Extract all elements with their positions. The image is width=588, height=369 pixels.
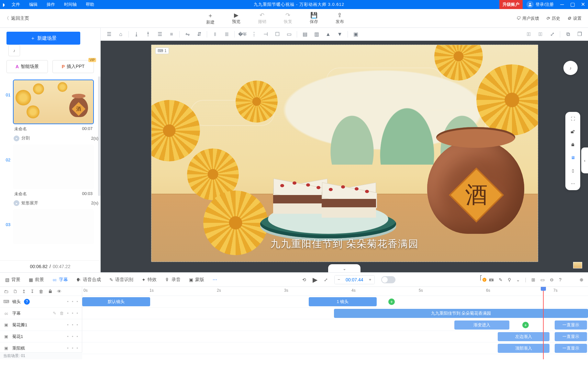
autoplay-toggle[interactable]	[381, 276, 395, 283]
zoom-out-icon[interactable]: －⃝	[524, 29, 534, 39]
add-keyframe-button[interactable]: +	[522, 322, 529, 328]
add-folder-icon[interactable]: 🗀	[4, 289, 8, 294]
track-dot[interactable]: •	[67, 334, 69, 339]
menu-help[interactable]: 帮助	[81, 0, 99, 9]
track-dot[interactable]: •	[67, 311, 69, 316]
window-close-button[interactable]: ✕	[578, 0, 588, 9]
feedback-button[interactable]: 🗨用户反馈	[516, 16, 539, 21]
history-button[interactable]: ⟳历史	[546, 16, 560, 21]
insert-ppt-button[interactable]: P 插入PPT VIP	[52, 60, 94, 73]
scene-item-02[interactable]: 02 未命名 00:03	[0, 143, 100, 200]
track-row-item[interactable]: ▣ 菊花1 •••	[0, 331, 82, 342]
dist-v-icon[interactable]: ≣	[221, 29, 232, 39]
lane-subtitle[interactable]: 九九重阳佳节到 朵朵菊花香满园	[82, 308, 588, 319]
scene-audio-button[interactable]: ♪	[8, 45, 20, 56]
align-bottom-icon[interactable]: ⭳	[131, 29, 142, 39]
window-maximize-button[interactable]: ▢	[567, 0, 578, 9]
dist-h-icon[interactable]: ⫴	[210, 29, 220, 39]
track-dot[interactable]: •	[76, 346, 78, 351]
align-right-icon[interactable]: ⊣	[261, 29, 271, 39]
copy-icon[interactable]: ⧉	[563, 29, 573, 39]
move-down-icon[interactable]: ↧	[30, 289, 34, 294]
order-down-icon[interactable]: ▼	[335, 29, 345, 39]
align-vgap-icon[interactable]: ≡	[166, 29, 177, 39]
clip-topin[interactable]: 顶部渐入	[498, 344, 549, 353]
help-badge[interactable]: ?	[24, 299, 30, 305]
tab-tts[interactable]: 🗣︎语音合成	[76, 276, 102, 284]
tab-subtitle[interactable]: ㏄字幕	[52, 276, 69, 284]
menu-file[interactable]: 文件	[7, 0, 25, 9]
canvas-stage[interactable]: 酒 ⌨ 1 九九重阳佳节到 朵朵菊花香满园	[151, 45, 538, 262]
scene-transition-01[interactable]: ▸分割 2(s)	[0, 135, 100, 143]
clip-leftin[interactable]: 左边渐入	[498, 332, 549, 341]
track-row-camera[interactable]: ⌨ 镜头 ? •••	[0, 296, 82, 308]
track-dot[interactable]: •	[67, 299, 69, 304]
align3-icon[interactable]: ▭	[284, 29, 294, 39]
smart-scene-button[interactable]: A 智能场景	[6, 60, 48, 73]
zoom-in-icon[interactable]: ＋⃝	[535, 29, 546, 39]
scene-thumbnail[interactable]	[13, 145, 94, 189]
track-dot[interactable]: •	[76, 311, 78, 316]
timeline-ruler[interactable]: 0s 1s 2s 3s 4s 5s 6s 7s	[82, 287, 588, 296]
keyframe-in-icon[interactable]: ⎡V	[480, 275, 484, 284]
lane-item-3[interactable]: 顶部渐入 一直显示	[82, 342, 588, 354]
clip-always[interactable]: 一直显示	[555, 320, 587, 330]
tab-more[interactable]: ⋯	[212, 276, 218, 284]
canvas-audio-button[interactable]: ♪	[563, 61, 578, 75]
right-drawer-toggle[interactable]: ‹	[581, 147, 588, 173]
order-back-icon[interactable]: ▥	[311, 29, 322, 39]
more-icon[interactable]: ⋯	[568, 180, 577, 187]
lane-item-2[interactable]: 左边渐入 一直显示	[82, 331, 588, 342]
filter-icon[interactable]: ⌄	[516, 277, 520, 282]
lane-camera[interactable]: 默认镜头 1 镜头 +	[82, 296, 588, 308]
camera-tool-icon[interactable]: 📷︎	[489, 277, 494, 282]
insert-frame-icon[interactable]: ▭	[540, 277, 545, 282]
scene-mini-thumb[interactable]	[573, 262, 582, 268]
align-top-icon[interactable]: ⭱	[143, 29, 153, 39]
track-dot[interactable]: •	[67, 346, 69, 351]
scene-item-01[interactable]: 01 酒 未命名 00:07	[0, 78, 100, 135]
move-up-icon[interactable]: ↥	[22, 289, 26, 294]
visibility-icon[interactable]: 👁︎	[57, 289, 61, 294]
new-button[interactable]: ＋新建	[206, 12, 215, 25]
upgrade-account-button[interactable]: 升级账户	[499, 0, 523, 9]
delete-icon[interactable]: 🗑︎	[39, 289, 43, 294]
paste-icon[interactable]: ❐	[574, 29, 585, 39]
scene-thumbnail[interactable]: 酒	[13, 80, 94, 124]
lock-track-icon[interactable]: 🔒︎	[48, 289, 52, 294]
layers-icon[interactable]: ☰	[104, 29, 114, 39]
track-row-subtitle[interactable]: ㏄ 字幕 ✎🗑︎•••	[0, 308, 82, 319]
remove-icon[interactable]: ⊖	[550, 277, 554, 282]
track-dot[interactable]: •	[76, 299, 78, 304]
user-avatar-icon[interactable]	[527, 1, 534, 8]
back-to-home-button[interactable]: 〈 返回主页	[0, 16, 34, 21]
tab-fx[interactable]: ✦特效	[141, 276, 157, 284]
add-scene-button[interactable]: ＋ 新建场景	[6, 32, 80, 45]
playhead[interactable]	[543, 287, 544, 359]
track-dot[interactable]: •	[67, 322, 69, 327]
group-icon[interactable]: ▣	[350, 29, 361, 39]
play-button[interactable]: ▶	[313, 276, 317, 284]
scene-list-scrollbar[interactable]	[98, 76, 100, 196]
save-button[interactable]: 💾保存	[310, 12, 318, 25]
edit-icon[interactable]: ✎	[53, 311, 56, 316]
track-dot[interactable]: •	[72, 299, 73, 304]
mobile-icon[interactable]: ▯	[568, 167, 577, 174]
clip-default-camera[interactable]: 默认镜头	[82, 297, 150, 306]
scene-thumbnail[interactable]	[13, 209, 94, 244]
order-front-icon[interactable]: ▤	[300, 29, 310, 39]
delete-icon[interactable]: 🗑︎	[60, 311, 64, 316]
flip-v-icon[interactable]: ⇵	[194, 29, 204, 39]
help-icon[interactable]: ?	[559, 277, 561, 282]
scene-transition-02[interactable]: ▸矩形展开 2(s)	[0, 200, 100, 208]
track-dot[interactable]: •	[76, 334, 78, 339]
zoom-fit-icon[interactable]: ⤢	[547, 29, 557, 39]
align-left-icon[interactable]: �फ	[237, 29, 248, 39]
lock-icon[interactable]: 🔒︎	[568, 141, 577, 148]
align-hcenter-icon[interactable]: ⋮	[249, 29, 259, 39]
time-dec-button[interactable]: −	[335, 276, 343, 284]
lock-open-icon[interactable]: 🔓︎	[568, 128, 577, 135]
align-vcenter-icon[interactable]: ☰	[155, 29, 165, 39]
tab-mask[interactable]: ▣蒙版	[188, 276, 205, 284]
tab-record[interactable]: 🎙︎录音	[164, 276, 181, 284]
